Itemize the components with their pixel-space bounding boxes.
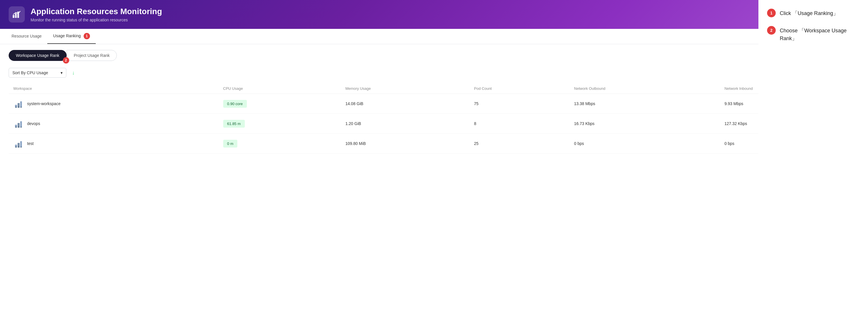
step-number-2: 2 — [767, 26, 776, 35]
header-icon — [9, 6, 25, 23]
cpu-cell: 0.90 core — [219, 94, 341, 114]
col-pod: Pod Count — [469, 83, 569, 94]
instruction-text-2: Choose 「Workspace Usage Rank」 — [780, 26, 859, 43]
sort-dropdown[interactable]: Sort By CPU Usage ▾ — [9, 68, 66, 78]
table-row: system-workspace 0.90 core 14.08 GiB 75 … — [9, 94, 859, 114]
col-net-out: Network Outbound — [569, 83, 720, 94]
memory-cell: 14.08 GiB — [341, 94, 469, 114]
chevron-down-icon: ▾ — [61, 71, 63, 75]
col-cpu: CPU Usage — [219, 83, 341, 94]
page-header: Application Resources Monitoring Monitor… — [0, 0, 868, 29]
svg-rect-13 — [18, 127, 19, 128]
step-badge-1: 1 — [84, 33, 90, 39]
svg-rect-8 — [21, 107, 21, 108]
workspace-table: Workspace CPU Usage Memory Usage Pod Cou… — [9, 83, 859, 154]
view-toggle-group: Workspace Usage Rank 2 Project Usage Ran… — [9, 50, 859, 61]
svg-rect-14 — [21, 127, 21, 128]
workspace-name-cell: test — [9, 134, 219, 154]
svg-rect-19 — [18, 146, 19, 147]
col-memory: Memory Usage — [341, 83, 469, 94]
col-workspace: Workspace — [9, 83, 219, 94]
page-subtitle: Monitor the running status of the applic… — [31, 18, 162, 22]
step-number-1: 1 — [767, 9, 776, 17]
main-content: Workspace Usage Rank 2 Project Usage Ran… — [0, 44, 868, 159]
nav-bar: Resource Usage Usage Ranking 1 — [0, 29, 868, 44]
project-rank-btn[interactable]: Project Usage Rank — [67, 50, 117, 61]
svg-rect-20 — [21, 146, 21, 147]
controls-row: Sort By CPU Usage ▾ ↓ Export — [9, 68, 859, 78]
memory-cell: 109.80 MiB — [341, 134, 469, 154]
cpu-cell: 61.85 m — [219, 114, 341, 134]
svg-rect-6 — [16, 107, 17, 108]
svg-rect-7 — [18, 107, 19, 108]
table-row: devops 61.85 m 1.20 GiB 8 16.73 Kbps 127… — [9, 114, 859, 134]
workspace-icon — [13, 138, 24, 149]
workspace-icon — [13, 99, 24, 109]
svg-rect-0 — [13, 15, 14, 18]
svg-rect-18 — [16, 146, 17, 147]
workspace-rank-btn[interactable]: Workspace Usage Rank 2 — [9, 50, 67, 61]
workspace-icon — [13, 118, 24, 129]
instructions-panel: 1 Click 「Usage Ranking」 2 Choose 「Worksp… — [758, 0, 868, 328]
table-row: test 0 m 109.80 MiB 25 0 bps 0 bps — [9, 134, 859, 154]
page-title: Application Resources Monitoring — [31, 7, 162, 17]
tab-resource-usage[interactable]: Resource Usage — [6, 30, 47, 43]
workspace-name-cell: devops — [9, 114, 219, 134]
pod-cell: 25 — [469, 134, 569, 154]
svg-rect-1 — [15, 13, 17, 18]
memory-cell: 1.20 GiB — [341, 114, 469, 134]
svg-rect-12 — [16, 127, 17, 128]
tab-usage-ranking[interactable]: Usage Ranking 1 — [47, 29, 96, 44]
step-badge-2: 2 — [63, 57, 69, 63]
pod-cell: 75 — [469, 94, 569, 114]
instruction-step-2: 2 Choose 「Workspace Usage Rank」 — [767, 26, 859, 43]
workspace-name-cell: system-workspace — [9, 94, 219, 114]
net-out-cell: 16.73 Kbps — [569, 114, 720, 134]
pagination: ‹ 1 / 1 › — [0, 159, 868, 179]
cpu-cell: 0 m — [219, 134, 341, 154]
pod-cell: 8 — [469, 114, 569, 134]
net-out-cell: 0 bps — [569, 134, 720, 154]
instruction-text-1: Click 「Usage Ranking」 — [780, 9, 838, 17]
header-text: Application Resources Monitoring Monitor… — [31, 7, 162, 22]
net-out-cell: 13.38 Mbps — [569, 94, 720, 114]
instruction-step-1: 1 Click 「Usage Ranking」 — [767, 9, 859, 17]
sort-direction-icon[interactable]: ↓ — [72, 70, 75, 76]
